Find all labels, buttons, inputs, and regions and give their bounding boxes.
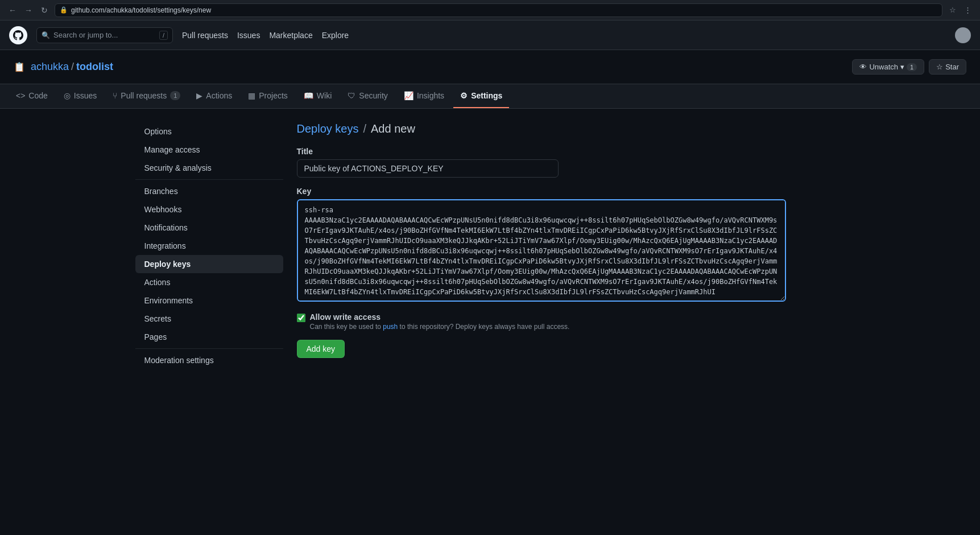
repo-owner[interactable]: achukka — [31, 61, 69, 73]
allow-write-label: Allow write access — [310, 312, 570, 322]
nav-issues[interactable]: Issues — [237, 31, 260, 40]
repo-separator: / — [71, 61, 74, 73]
tab-insights-label: Insights — [417, 91, 444, 100]
sidebar-divider-2 — [135, 348, 283, 349]
breadcrumb-link[interactable]: Deploy keys — [297, 122, 359, 135]
pr-count: 1 — [170, 91, 180, 100]
sidebar-item-branches[interactable]: Branches — [135, 182, 283, 200]
tab-wiki[interactable]: 📖 Wiki — [297, 84, 338, 108]
forward-button[interactable]: → — [23, 5, 34, 16]
tab-projects[interactable]: ▦ Projects — [241, 84, 295, 108]
tab-wiki-label: Wiki — [317, 91, 332, 100]
sidebar-item-moderation-settings[interactable]: Moderation settings — [135, 351, 283, 369]
allow-write-text: Allow write access Can this key be used … — [310, 312, 570, 331]
sidebar-item-webhooks[interactable]: Webhooks — [135, 200, 283, 219]
repo-icon: 📋 — [14, 61, 25, 72]
tab-security[interactable]: 🛡 Security — [341, 84, 395, 108]
main-content: Deploy keys / Add new Title Key Allow wr… — [297, 122, 845, 369]
tab-insights[interactable]: 📈 Insights — [397, 84, 451, 108]
watch-button[interactable]: 👁 Unwatch ▾ 1 — [852, 59, 924, 75]
tab-settings-label: Settings — [471, 91, 502, 100]
nav-pull-requests[interactable]: Pull requests — [182, 31, 228, 40]
security-icon: 🛡 — [348, 91, 355, 100]
repo-breadcrumb: 📋 achukka / todolist — [14, 61, 113, 73]
sidebar-item-security-analysis[interactable]: Security & analysis — [135, 159, 283, 177]
allow-write-checkbox[interactable] — [297, 314, 305, 322]
key-textarea[interactable] — [297, 199, 786, 302]
code-icon: <> — [16, 91, 25, 100]
tab-projects-label: Projects — [259, 91, 288, 100]
settings-icon: ⚙ — [460, 91, 468, 100]
watch-count: 1 — [907, 63, 917, 71]
wiki-icon: 📖 — [304, 91, 313, 100]
github-logo[interactable] — [9, 26, 27, 44]
sidebar-item-integrations[interactable]: Integrations — [135, 237, 283, 255]
star-button[interactable]: ☆ Star — [929, 59, 966, 75]
sidebar-item-notifications[interactable]: Notifications — [135, 219, 283, 237]
back-button[interactable]: ← — [7, 5, 18, 16]
allow-write-row: Allow write access Can this key be used … — [297, 312, 845, 331]
tab-issues[interactable]: ◎ Issues — [57, 84, 104, 108]
title-label: Title — [297, 147, 845, 156]
sidebar-item-manage-access[interactable]: Manage access — [135, 141, 283, 159]
lock-icon: 🔒 — [60, 6, 68, 14]
search-placeholder: Search or jump to... — [53, 31, 118, 39]
sidebar-item-secrets[interactable]: Secrets — [135, 310, 283, 328]
watch-dropdown-icon: ▾ — [900, 63, 904, 71]
insights-icon: 📈 — [404, 91, 413, 100]
page-header: Deploy keys / Add new — [297, 122, 845, 135]
tab-code-label: Code — [28, 91, 47, 100]
search-box[interactable]: 🔍 Search or jump to... / — [36, 27, 173, 43]
sidebar-item-deploy-keys[interactable]: Deploy keys — [135, 255, 283, 273]
top-nav-links: Pull requests Issues Marketplace Explore — [182, 31, 349, 40]
tab-pull-requests[interactable]: ⑂ Pull requests 1 — [106, 84, 187, 108]
main-layout: Options Manage access Security & analysi… — [126, 109, 854, 383]
pr-icon: ⑂ — [113, 91, 117, 100]
eye-icon: 👁 — [859, 63, 867, 71]
actions-icon: ▶ — [196, 91, 202, 100]
nav-explore[interactable]: Explore — [322, 31, 349, 40]
tab-pr-label: Pull requests — [121, 91, 167, 100]
repo-tabs: <> Code ◎ Issues ⑂ Pull requests 1 ▶ Act… — [0, 84, 980, 109]
repo-header: 📋 achukka / todolist 👁 Unwatch ▾ 1 ☆ Sta… — [0, 50, 980, 84]
key-label: Key — [297, 187, 845, 196]
star-icon: ☆ — [936, 63, 943, 71]
search-shortcut: / — [159, 31, 168, 40]
browser-actions: ☆ ⋮ — [947, 5, 973, 16]
repo-actions: 👁 Unwatch ▾ 1 ☆ Star — [852, 59, 966, 75]
search-icon: 🔍 — [42, 31, 50, 39]
top-nav: 🔍 Search or jump to... / Pull requests I… — [0, 20, 980, 50]
nav-marketplace[interactable]: Marketplace — [269, 31, 312, 40]
title-form-group: Title — [297, 147, 845, 178]
key-form-group: Key — [297, 187, 845, 303]
projects-icon: ▦ — [248, 91, 255, 100]
tab-code[interactable]: <> Code — [9, 84, 55, 108]
watch-label: Unwatch — [869, 63, 898, 71]
tab-settings[interactable]: ⚙ Settings — [453, 84, 509, 108]
nav-right — [955, 27, 971, 43]
browser-bar: ← → ↻ 🔒 github.com/achukka/todolist/sett… — [0, 0, 980, 20]
sidebar: Options Manage access Security & analysi… — [135, 122, 283, 369]
url-bar[interactable]: 🔒 github.com/achukka/todolist/settings/k… — [55, 3, 942, 17]
sidebar-item-pages[interactable]: Pages — [135, 328, 283, 346]
url-text: github.com/achukka/todolist/settings/key… — [71, 6, 211, 14]
star-label: Star — [945, 63, 959, 71]
sidebar-item-options[interactable]: Options — [135, 122, 283, 141]
sidebar-item-environments[interactable]: Environments — [135, 291, 283, 310]
refresh-button[interactable]: ↻ — [39, 5, 50, 16]
avatar[interactable] — [955, 27, 971, 43]
sidebar-divider-1 — [135, 179, 283, 180]
add-key-button[interactable]: Add key — [297, 340, 345, 358]
tab-security-label: Security — [359, 91, 388, 100]
browser-menu-button[interactable]: ⋮ — [962, 5, 973, 16]
title-input[interactable] — [297, 159, 559, 178]
tab-actions-label: Actions — [206, 91, 232, 100]
push-link[interactable]: push — [383, 323, 398, 331]
breadcrumb-separator: / — [363, 122, 366, 135]
tab-actions[interactable]: ▶ Actions — [189, 84, 239, 108]
bookmark-button[interactable]: ☆ — [947, 5, 958, 16]
tab-issues-label: Issues — [74, 91, 97, 100]
breadcrumb-current: Add new — [371, 122, 415, 135]
repo-name[interactable]: todolist — [76, 61, 113, 73]
sidebar-item-actions[interactable]: Actions — [135, 273, 283, 291]
